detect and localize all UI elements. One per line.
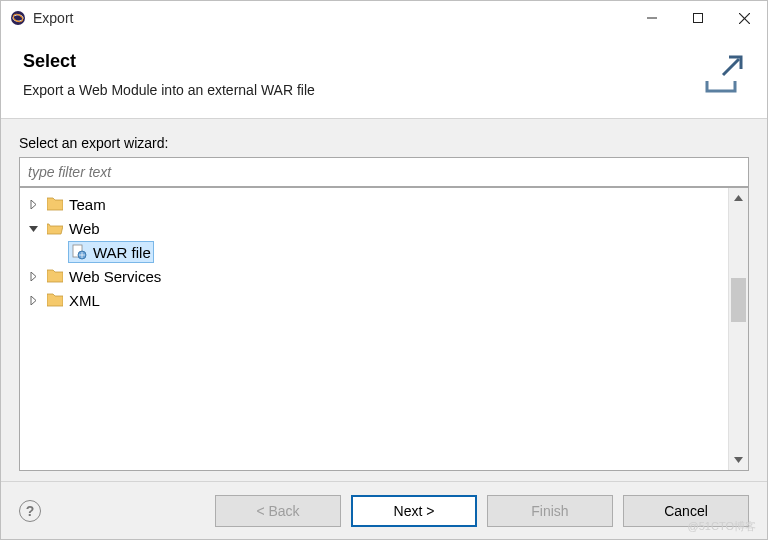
page-description: Export a Web Module into an external WAR… bbox=[23, 82, 745, 98]
tree-item-label: Web Services bbox=[69, 268, 161, 285]
wizard-body: Select an export wizard: Team bbox=[1, 118, 767, 481]
tree-item-label: Team bbox=[69, 196, 106, 213]
folder-icon bbox=[47, 196, 65, 212]
tree-item-war-file[interactable]: WAR file bbox=[22, 240, 726, 264]
tree-item-web[interactable]: Web bbox=[22, 216, 726, 240]
maximize-button[interactable] bbox=[675, 2, 721, 34]
chevron-right-icon[interactable] bbox=[26, 269, 40, 283]
filter-input[interactable] bbox=[19, 157, 749, 187]
help-icon[interactable]: ? bbox=[19, 500, 41, 522]
scroll-up-icon[interactable] bbox=[729, 188, 748, 208]
tree-item-label: Web bbox=[69, 220, 100, 237]
scroll-track[interactable] bbox=[729, 208, 748, 450]
tree-item-xml[interactable]: XML bbox=[22, 288, 726, 312]
svg-rect-4 bbox=[694, 14, 703, 23]
export-icon bbox=[699, 51, 743, 95]
tree-item-web-services[interactable]: Web Services bbox=[22, 264, 726, 288]
back-button[interactable]: < Back bbox=[215, 495, 341, 527]
wizard-tree-container: Team Web bbox=[19, 187, 749, 471]
export-dialog: Export Select Export a Web Module into a… bbox=[0, 0, 768, 540]
window-title: Export bbox=[33, 10, 629, 26]
folder-icon bbox=[47, 292, 65, 308]
window-controls bbox=[629, 2, 767, 34]
cancel-button[interactable]: Cancel bbox=[623, 495, 749, 527]
button-bar: ? < Back Next > Finish Cancel bbox=[1, 481, 767, 539]
wizard-tree[interactable]: Team Web bbox=[20, 188, 728, 470]
titlebar: Export bbox=[1, 1, 767, 35]
folder-open-icon bbox=[47, 220, 65, 236]
minimize-button[interactable] bbox=[629, 2, 675, 34]
scrollbar-vertical[interactable] bbox=[728, 188, 748, 470]
tree-item-label: XML bbox=[69, 292, 100, 309]
chevron-right-icon[interactable] bbox=[26, 197, 40, 211]
wizard-header: Select Export a Web Module into an exter… bbox=[1, 35, 767, 118]
chevron-right-icon[interactable] bbox=[26, 293, 40, 307]
eclipse-icon bbox=[9, 9, 27, 27]
next-button[interactable]: Next > bbox=[351, 495, 477, 527]
wizard-select-label: Select an export wizard: bbox=[19, 135, 749, 151]
chevron-down-icon[interactable] bbox=[26, 221, 40, 235]
close-button[interactable] bbox=[721, 2, 767, 34]
finish-button[interactable]: Finish bbox=[487, 495, 613, 527]
tree-item-team[interactable]: Team bbox=[22, 192, 726, 216]
page-title: Select bbox=[23, 51, 745, 72]
scroll-thumb[interactable] bbox=[731, 278, 746, 322]
scroll-down-icon[interactable] bbox=[729, 450, 748, 470]
folder-icon bbox=[47, 268, 65, 284]
war-file-icon bbox=[71, 244, 89, 260]
tree-item-label: WAR file bbox=[93, 244, 151, 261]
